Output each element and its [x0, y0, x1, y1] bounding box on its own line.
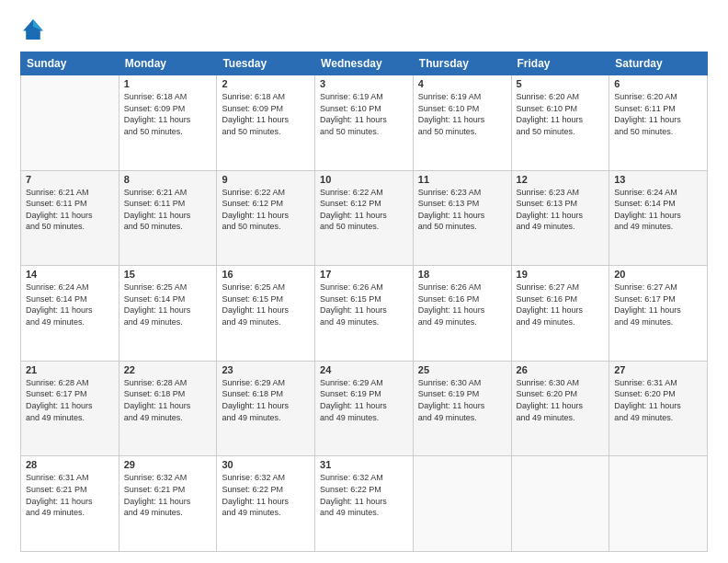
calendar-cell: 6Sunrise: 6:20 AMSunset: 6:11 PMDaylight… — [609, 75, 708, 171]
day-info: Sunrise: 6:32 AMSunset: 6:22 PMDaylight:… — [320, 472, 408, 518]
week-row-2: 14Sunrise: 6:24 AMSunset: 6:14 PMDayligh… — [21, 266, 708, 362]
calendar-cell: 29Sunrise: 6:32 AMSunset: 6:21 PMDayligh… — [119, 456, 217, 552]
day-number: 27 — [614, 364, 702, 375]
day-info: Sunrise: 6:31 AMSunset: 6:20 PMDaylight:… — [614, 377, 702, 423]
day-info: Sunrise: 6:22 AMSunset: 6:12 PMDaylight:… — [222, 187, 310, 233]
day-info: Sunrise: 6:19 AMSunset: 6:10 PMDaylight:… — [320, 91, 408, 137]
header — [20, 17, 708, 42]
day-number: 24 — [320, 364, 408, 375]
calendar-cell — [609, 456, 708, 552]
day-info: Sunrise: 6:27 AMSunset: 6:16 PMDaylight:… — [517, 282, 605, 327]
day-info: Sunrise: 6:20 AMSunset: 6:10 PMDaylight:… — [517, 91, 605, 137]
calendar-cell: 28Sunrise: 6:31 AMSunset: 6:21 PMDayligh… — [21, 456, 119, 552]
day-info: Sunrise: 6:23 AMSunset: 6:13 PMDaylight:… — [418, 187, 506, 233]
day-number: 26 — [517, 364, 605, 375]
calendar-cell: 18Sunrise: 6:26 AMSunset: 6:16 PMDayligh… — [413, 266, 511, 362]
weekday-header-row: SundayMondayTuesdayWednesdayThursdayFrid… — [21, 52, 708, 75]
weekday-header-sunday: Sunday — [21, 52, 119, 75]
day-number: 29 — [124, 459, 212, 470]
day-info: Sunrise: 6:32 AMSunset: 6:21 PMDaylight:… — [124, 472, 212, 518]
day-info: Sunrise: 6:26 AMSunset: 6:16 PMDaylight:… — [418, 282, 506, 327]
calendar-cell: 24Sunrise: 6:29 AMSunset: 6:19 PMDayligh… — [315, 361, 414, 456]
day-number: 2 — [222, 78, 310, 89]
calendar-cell: 15Sunrise: 6:25 AMSunset: 6:14 PMDayligh… — [119, 266, 217, 362]
day-number: 22 — [124, 364, 212, 375]
day-info: Sunrise: 6:31 AMSunset: 6:21 PMDaylight:… — [26, 472, 114, 518]
calendar-cell — [21, 75, 119, 171]
calendar-cell: 7Sunrise: 6:21 AMSunset: 6:11 PMDaylight… — [21, 170, 119, 266]
logo — [20, 17, 50, 42]
calendar-cell: 19Sunrise: 6:27 AMSunset: 6:16 PMDayligh… — [511, 266, 609, 362]
day-info: Sunrise: 6:32 AMSunset: 6:22 PMDaylight:… — [222, 472, 310, 518]
day-info: Sunrise: 6:28 AMSunset: 6:18 PMDaylight:… — [124, 377, 212, 423]
weekday-header-thursday: Thursday — [413, 52, 511, 75]
day-number: 14 — [26, 269, 114, 280]
day-number: 12 — [517, 174, 605, 185]
day-info: Sunrise: 6:22 AMSunset: 6:12 PMDaylight:… — [320, 187, 408, 233]
day-number: 20 — [614, 269, 702, 280]
calendar-cell: 13Sunrise: 6:24 AMSunset: 6:14 PMDayligh… — [609, 170, 708, 266]
calendar-cell: 27Sunrise: 6:31 AMSunset: 6:20 PMDayligh… — [609, 361, 708, 456]
day-number: 21 — [26, 364, 114, 375]
weekday-header-saturday: Saturday — [609, 52, 708, 75]
day-number: 28 — [26, 459, 114, 470]
day-number: 5 — [517, 78, 605, 89]
calendar-cell: 26Sunrise: 6:30 AMSunset: 6:20 PMDayligh… — [511, 361, 609, 456]
day-number: 1 — [124, 78, 212, 89]
calendar-cell: 31Sunrise: 6:32 AMSunset: 6:22 PMDayligh… — [315, 456, 414, 552]
week-row-1: 7Sunrise: 6:21 AMSunset: 6:11 PMDaylight… — [21, 170, 708, 266]
day-info: Sunrise: 6:24 AMSunset: 6:14 PMDaylight:… — [26, 282, 114, 327]
calendar-cell: 16Sunrise: 6:25 AMSunset: 6:15 PMDayligh… — [217, 266, 315, 362]
weekday-header-monday: Monday — [119, 52, 217, 75]
day-number: 23 — [222, 364, 310, 375]
week-row-3: 21Sunrise: 6:28 AMSunset: 6:17 PMDayligh… — [21, 361, 708, 456]
calendar-cell: 5Sunrise: 6:20 AMSunset: 6:10 PMDaylight… — [511, 75, 609, 171]
week-row-4: 28Sunrise: 6:31 AMSunset: 6:21 PMDayligh… — [21, 456, 708, 552]
day-number: 3 — [320, 78, 408, 89]
day-number: 6 — [614, 78, 702, 89]
day-info: Sunrise: 6:24 AMSunset: 6:14 PMDaylight:… — [614, 187, 702, 233]
day-info: Sunrise: 6:21 AMSunset: 6:11 PMDaylight:… — [124, 187, 212, 233]
calendar-cell: 17Sunrise: 6:26 AMSunset: 6:15 PMDayligh… — [315, 266, 414, 362]
calendar-cell: 11Sunrise: 6:23 AMSunset: 6:13 PMDayligh… — [413, 170, 511, 266]
calendar-cell: 9Sunrise: 6:22 AMSunset: 6:12 PMDaylight… — [217, 170, 315, 266]
calendar-cell — [511, 456, 609, 552]
day-info: Sunrise: 6:21 AMSunset: 6:11 PMDaylight:… — [26, 187, 114, 233]
day-info: Sunrise: 6:19 AMSunset: 6:10 PMDaylight:… — [418, 91, 506, 137]
calendar-cell: 25Sunrise: 6:30 AMSunset: 6:19 PMDayligh… — [413, 361, 511, 456]
day-info: Sunrise: 6:27 AMSunset: 6:17 PMDaylight:… — [614, 282, 702, 327]
calendar-cell: 4Sunrise: 6:19 AMSunset: 6:10 PMDaylight… — [413, 75, 511, 171]
calendar-cell: 8Sunrise: 6:21 AMSunset: 6:11 PMDaylight… — [119, 170, 217, 266]
day-info: Sunrise: 6:26 AMSunset: 6:15 PMDaylight:… — [320, 282, 408, 327]
calendar-cell: 23Sunrise: 6:29 AMSunset: 6:18 PMDayligh… — [217, 361, 315, 456]
logo-icon — [20, 17, 46, 42]
day-info: Sunrise: 6:18 AMSunset: 6:09 PMDaylight:… — [222, 91, 310, 137]
day-number: 4 — [418, 78, 506, 89]
day-number: 7 — [26, 174, 114, 185]
day-info: Sunrise: 6:30 AMSunset: 6:20 PMDaylight:… — [517, 377, 605, 423]
day-info: Sunrise: 6:29 AMSunset: 6:18 PMDaylight:… — [222, 377, 310, 423]
day-info: Sunrise: 6:28 AMSunset: 6:17 PMDaylight:… — [26, 377, 114, 423]
weekday-header-tuesday: Tuesday — [217, 52, 315, 75]
day-info: Sunrise: 6:25 AMSunset: 6:14 PMDaylight:… — [124, 282, 212, 327]
day-number: 9 — [222, 174, 310, 185]
week-row-0: 1Sunrise: 6:18 AMSunset: 6:09 PMDaylight… — [21, 75, 708, 171]
calendar-cell: 2Sunrise: 6:18 AMSunset: 6:09 PMDaylight… — [217, 75, 315, 171]
page: SundayMondayTuesdayWednesdayThursdayFrid… — [0, 0, 728, 563]
calendar-cell: 30Sunrise: 6:32 AMSunset: 6:22 PMDayligh… — [217, 456, 315, 552]
day-info: Sunrise: 6:20 AMSunset: 6:11 PMDaylight:… — [614, 91, 702, 137]
calendar-cell — [413, 456, 511, 552]
day-info: Sunrise: 6:18 AMSunset: 6:09 PMDaylight:… — [124, 91, 212, 137]
day-number: 15 — [124, 269, 212, 280]
calendar-cell: 10Sunrise: 6:22 AMSunset: 6:12 PMDayligh… — [315, 170, 414, 266]
calendar-cell: 1Sunrise: 6:18 AMSunset: 6:09 PMDaylight… — [119, 75, 217, 171]
weekday-header-friday: Friday — [511, 52, 609, 75]
day-number: 8 — [124, 174, 212, 185]
calendar-cell: 14Sunrise: 6:24 AMSunset: 6:14 PMDayligh… — [21, 266, 119, 362]
calendar-cell: 21Sunrise: 6:28 AMSunset: 6:17 PMDayligh… — [21, 361, 119, 456]
day-number: 13 — [614, 174, 702, 185]
day-number: 25 — [418, 364, 506, 375]
weekday-header-wednesday: Wednesday — [315, 52, 414, 75]
calendar-cell: 20Sunrise: 6:27 AMSunset: 6:17 PMDayligh… — [609, 266, 708, 362]
calendar-cell: 3Sunrise: 6:19 AMSunset: 6:10 PMDaylight… — [315, 75, 414, 171]
